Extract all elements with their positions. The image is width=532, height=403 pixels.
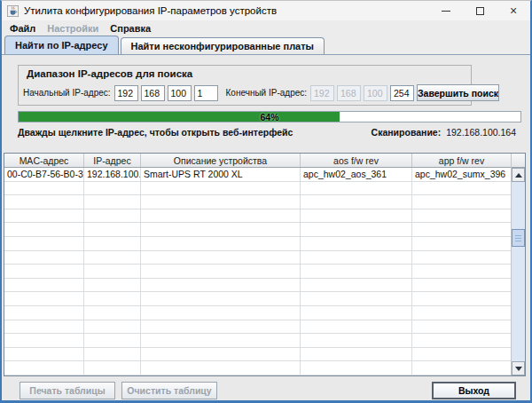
window-title: Утилита конфигурирования IP-параметров у… xyxy=(24,5,277,16)
cell-aos: apc_hw02_aos_361 xyxy=(301,168,412,182)
end-ip-octet-1 xyxy=(310,85,334,101)
table-row-empty[interactable] xyxy=(4,237,511,251)
table-row-empty[interactable] xyxy=(4,209,511,224)
menu-item-file[interactable]: Файл xyxy=(10,23,35,34)
column-header-mac[interactable]: MAC-адрес xyxy=(4,154,84,167)
close-button[interactable]: × xyxy=(497,1,530,20)
scan-status-value: 192.168.100.164 xyxy=(446,127,516,138)
start-ip-octet-2[interactable] xyxy=(141,85,165,101)
cell-app: apc_hw02_sumx_396 xyxy=(412,168,511,182)
table-row[interactable]: 00-C0-B7-56-B0-3B 192.168.100.156 Smart-… xyxy=(4,168,511,182)
end-ip-label: Конечный IP-адрес: xyxy=(226,88,308,98)
tab-content-panel: Диапазон IP-адресов для поиска Начальный… xyxy=(2,54,530,400)
menu-item-help[interactable]: Справка xyxy=(110,23,151,34)
table-row-empty[interactable] xyxy=(4,182,511,196)
table-row-empty[interactable] xyxy=(4,279,511,293)
hint-text: Дважды щелкните IP-адрес, чтобы открыть … xyxy=(18,127,293,138)
column-header-description[interactable]: Описание устройства xyxy=(141,154,301,167)
scroll-track[interactable] xyxy=(512,182,525,361)
table-body: 00-C0-B7-56-B0-3B 192.168.100.156 Smart-… xyxy=(4,168,511,375)
exit-button[interactable]: Выход xyxy=(432,382,516,399)
maximize-button[interactable] xyxy=(463,1,497,20)
minimize-icon xyxy=(442,11,450,12)
end-ip-octet-3 xyxy=(364,85,387,101)
title-bar: Утилита конфигурирования IP-параметров у… xyxy=(2,1,530,20)
cell-ip: 192.168.100.156 xyxy=(84,168,141,182)
clear-table-button: Очистить таблицу xyxy=(121,382,217,399)
tab-find-by-ip[interactable]: Найти по IP-адресу xyxy=(4,36,119,54)
tab-bar: Найти по IP-адресу Найти несконфигуриров… xyxy=(4,36,325,54)
scan-status: Сканирование:192.168.100.164 xyxy=(372,127,516,138)
maximize-icon xyxy=(476,7,484,15)
table-header: MAC-адрес IP-адрес Описание устройства a… xyxy=(4,154,511,168)
scroll-down-button[interactable] xyxy=(512,361,525,375)
groupbox-title: Диапазон IP-адресов для поиска xyxy=(27,68,192,79)
column-header-ip[interactable]: IP-адрес xyxy=(84,154,141,167)
column-header-app[interactable]: app f/w rev xyxy=(412,154,511,167)
table-row-empty[interactable] xyxy=(4,195,511,209)
scroll-up-button[interactable] xyxy=(512,168,525,182)
table-row-empty[interactable] xyxy=(4,361,511,375)
table-row-empty[interactable] xyxy=(4,334,511,348)
minimize-button[interactable] xyxy=(429,1,463,20)
ip-range-row: Начальный IP-адрес: Конечный IP-адрес: З… xyxy=(23,84,466,101)
search-range-groupbox: Диапазон IP-адресов для поиска Начальный… xyxy=(18,65,472,106)
table-row-empty[interactable] xyxy=(4,320,511,335)
thumb-grip-icon xyxy=(515,235,521,241)
stop-search-button[interactable]: Завершить поиск xyxy=(417,84,499,101)
table-row-empty[interactable] xyxy=(4,306,511,320)
tab-find-unconfigured[interactable]: Найти несконфигурированные платы xyxy=(121,37,325,54)
cell-description: Smart-UPS RT 2000 XL xyxy=(141,168,301,182)
table-row-empty[interactable] xyxy=(4,292,511,306)
start-ip-octet-4[interactable] xyxy=(194,85,218,101)
arrow-up-icon xyxy=(515,173,522,178)
close-icon: × xyxy=(510,4,517,17)
scroll-thumb[interactable] xyxy=(512,229,525,247)
print-table-button: Печать таблицы xyxy=(20,382,115,399)
menu-item-settings: Настройки xyxy=(47,23,98,34)
scan-status-label: Сканирование: xyxy=(372,127,442,138)
table-row-empty[interactable] xyxy=(4,251,511,265)
column-header-aos[interactable]: aos f/w rev xyxy=(301,154,412,167)
table-row-empty[interactable] xyxy=(4,223,511,237)
start-ip-octet-3[interactable] xyxy=(168,85,192,101)
cell-mac: 00-C0-B7-56-B0-3B xyxy=(4,168,84,182)
java-app-icon xyxy=(7,5,19,17)
scrollbar-corner xyxy=(512,154,525,168)
progress-bar: 64% xyxy=(18,111,521,122)
app-window: Утилита конфигурирования IP-параметров у… xyxy=(0,0,532,403)
arrow-down-icon xyxy=(515,367,522,371)
vertical-scrollbar[interactable] xyxy=(511,154,525,375)
table-row-empty[interactable] xyxy=(4,265,511,279)
progress-percent-label: 64% xyxy=(19,112,520,122)
window-controls: × xyxy=(429,1,530,20)
menu-bar: Файл Настройки Справка xyxy=(2,20,530,36)
end-ip-octet-2 xyxy=(337,85,361,101)
start-ip-label: Начальный IP-адрес: xyxy=(23,88,111,98)
table-columns-area: MAC-адрес IP-адрес Описание устройства a… xyxy=(4,154,511,375)
end-ip-octet-4[interactable] xyxy=(390,85,414,101)
start-ip-octet-1[interactable] xyxy=(114,85,138,101)
device-table: MAC-адрес IP-адрес Описание устройства a… xyxy=(4,153,526,376)
table-row-empty[interactable] xyxy=(4,348,511,362)
